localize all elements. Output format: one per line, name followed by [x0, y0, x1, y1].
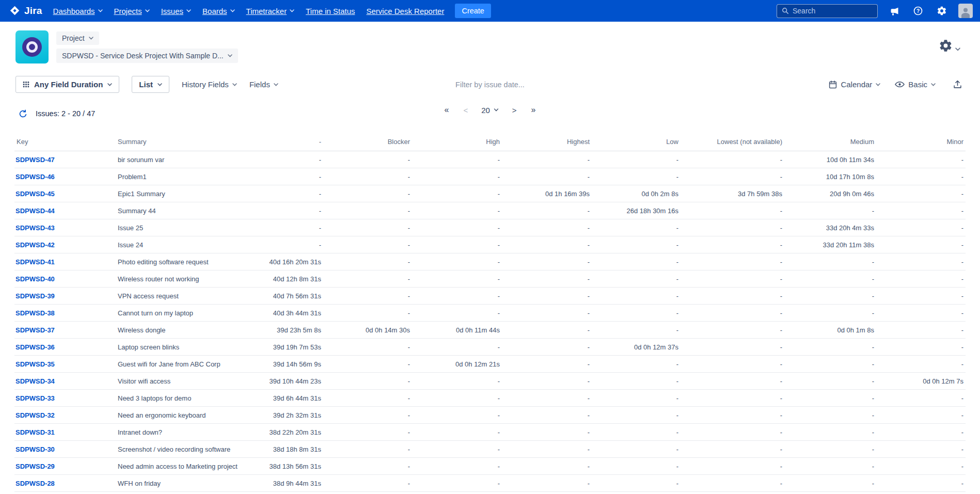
issue-key-link[interactable]: SDPWSD-34 — [15, 377, 55, 385]
issue-key-link[interactable]: SDPWSD-37 — [15, 326, 55, 334]
issue-key-link[interactable]: SDPWSD-30 — [15, 445, 55, 453]
table-row[interactable]: SDPWSD-29 Need admin access to Marketing… — [14, 458, 966, 475]
nav-item-timetracker[interactable]: Timetracker — [241, 0, 301, 22]
column-header-low[interactable]: Low — [592, 133, 681, 151]
issue-key-link[interactable]: SDPWSD-35 — [15, 360, 55, 368]
table-row[interactable]: SDPWSD-41 Photo editing software request… — [14, 253, 966, 270]
table-row[interactable]: SDPWSD-32 Need an ergonomic keyboard 39d… — [14, 407, 966, 424]
column-header-blocker[interactable]: Blocker — [323, 133, 412, 151]
page-size-select[interactable]: 20 — [481, 106, 499, 115]
export-button[interactable] — [950, 77, 965, 92]
search-input[interactable] — [793, 7, 873, 15]
prev-page-button[interactable]: < — [462, 105, 469, 116]
project-settings-button[interactable] — [939, 39, 953, 53]
next-page-button[interactable]: > — [511, 105, 518, 116]
calendar-icon — [829, 81, 837, 89]
duration-cell: 10d 0h 11m 34s — [784, 151, 876, 168]
help-button[interactable]: ? — [911, 4, 925, 18]
duration-cell: 10d 17h 10m 8s — [784, 168, 876, 185]
table-row[interactable]: SDPWSD-36 Laptop screen blinks 39d 19h 7… — [14, 339, 966, 356]
first-page-button[interactable]: « — [443, 104, 450, 116]
duration-cell: - — [412, 373, 502, 390]
column-header-high[interactable]: High — [412, 133, 502, 151]
table-row[interactable]: SDPWSD-42 Issue 24 - - - - - - 33d 20h 1… — [14, 236, 966, 253]
column-header-key[interactable]: Key — [14, 133, 116, 151]
issue-key-link[interactable]: SDPWSD-29 — [15, 463, 55, 470]
history-fields-dropdown[interactable]: History Fields — [182, 80, 237, 89]
column-header-medium[interactable]: Medium — [784, 133, 876, 151]
refresh-button[interactable] — [15, 106, 30, 121]
last-page-button[interactable]: » — [530, 104, 537, 116]
calendar-dropdown[interactable]: Calendar — [829, 80, 880, 89]
issue-key-link[interactable]: SDPWSD-43 — [15, 224, 55, 232]
duration-cell: - — [876, 339, 966, 356]
help-icon: ? — [913, 6, 923, 16]
eye-icon — [895, 81, 905, 88]
table-row[interactable]: SDPWSD-35 Guest wifi for Jane from ABC C… — [14, 356, 966, 373]
column-header-minor[interactable]: Minor — [876, 133, 966, 151]
table-row[interactable]: SDPWSD-31 Intranet down? 38d 22h 20m 31s… — [14, 424, 966, 441]
nav-item-label: Boards — [202, 7, 227, 15]
create-button[interactable]: Create — [455, 4, 491, 18]
issue-key-link[interactable]: SDPWSD-36 — [15, 343, 55, 351]
global-search[interactable] — [777, 4, 878, 18]
issue-key-link[interactable]: SDPWSD-33 — [15, 394, 55, 402]
column-header-none[interactable]: - — [265, 133, 323, 151]
issue-key-link[interactable]: SDPWSD-47 — [15, 156, 55, 164]
nav-item-boards[interactable]: Boards — [197, 0, 241, 22]
user-avatar[interactable] — [958, 4, 973, 18]
table-row[interactable]: SDPWSD-34 Visitor wifi access 39d 10h 44… — [14, 373, 966, 390]
table-row[interactable]: SDPWSD-38 Cannot turn on my laptop 40d 3… — [14, 305, 966, 322]
issue-key-link[interactable]: SDPWSD-31 — [15, 428, 55, 436]
nav-item-projects[interactable]: Projects — [108, 0, 155, 22]
fields-dropdown[interactable]: Fields — [249, 80, 278, 89]
table-row[interactable]: SDPWSD-33 Need 3 laptops for demo 39d 6h… — [14, 390, 966, 407]
nav-item-label: Time in Status — [306, 7, 355, 15]
issue-date-filter-input[interactable] — [382, 81, 598, 89]
issue-summary: Visitor wifi access — [116, 373, 265, 390]
table-row[interactable]: SDPWSD-39 VPN access request 40d 7h 56m … — [14, 288, 966, 305]
duration-cell: - — [876, 253, 966, 270]
svg-text:?: ? — [916, 8, 920, 14]
table-row[interactable]: SDPWSD-40 Wireless router not working 40… — [14, 270, 966, 288]
table-row[interactable]: SDPWSD-30 Screenshot / video recording s… — [14, 441, 966, 458]
nav-item-time-in-status[interactable]: Time in Status — [300, 0, 360, 22]
issue-key-link[interactable]: SDPWSD-38 — [15, 309, 55, 317]
duration-cell: 0d 0h 2m 8s — [592, 185, 681, 202]
jira-logo[interactable]: Jira — [7, 5, 48, 17]
duration-cell: - — [502, 253, 592, 270]
issue-key-link[interactable]: SDPWSD-45 — [15, 190, 55, 198]
table-row[interactable]: SDPWSD-47 bir sorunum var - - - - - - 10… — [14, 151, 966, 168]
view-selector[interactable]: List — [132, 76, 169, 93]
issue-key-link[interactable]: SDPWSD-32 — [15, 411, 55, 419]
issue-key-link[interactable]: SDPWSD-41 — [15, 258, 55, 266]
announcements-button[interactable] — [887, 4, 902, 18]
issue-key-link[interactable]: SDPWSD-39 — [15, 292, 55, 300]
project-select[interactable]: SDPWSD - Service Desk Project With Sampl… — [56, 49, 238, 63]
table-row[interactable]: SDPWSD-37 Wireless dongle 39d 23h 5m 8s … — [14, 322, 966, 339]
issue-key-link[interactable]: SDPWSD-46 — [15, 173, 55, 181]
column-header-highest[interactable]: Highest — [502, 133, 592, 151]
nav-item-issues[interactable]: Issues — [155, 0, 197, 22]
table-row[interactable]: SDPWSD-43 Issue 25 - - - - - - 33d 20h 4… — [14, 219, 966, 236]
chevron-down-icon[interactable] — [955, 47, 960, 51]
nav-item-service-desk-reporter[interactable]: Service Desk Reporter — [361, 0, 450, 22]
view-mode-dropdown[interactable]: Basic — [895, 80, 936, 89]
issue-key-link[interactable]: SDPWSD-42 — [15, 241, 55, 249]
table-row[interactable]: SDPWSD-44 Summary 44 - - - - 26d 18h 30m… — [14, 202, 966, 219]
duration-cell: - — [323, 253, 412, 270]
table-row[interactable]: SDPWSD-28 WFH on friday 38d 9h 44m 31s -… — [14, 475, 966, 492]
issue-key-link[interactable]: SDPWSD-40 — [15, 275, 55, 283]
duration-cell: - — [876, 356, 966, 373]
duration-cell: - — [412, 168, 502, 185]
nav-item-dashboards[interactable]: Dashboards — [48, 0, 108, 22]
table-row[interactable]: SDPWSD-46 Problem1 - - - - - - 10d 17h 1… — [14, 168, 966, 185]
column-header-lowest-not-available[interactable]: Lowest (not available) — [681, 133, 784, 151]
issue-key-link[interactable]: SDPWSD-28 — [15, 480, 55, 487]
table-row[interactable]: SDPWSD-45 Epic1 Summary - - - 0d 1h 16m … — [14, 185, 966, 202]
issue-key-link[interactable]: SDPWSD-44 — [15, 207, 55, 215]
scope-selector[interactable]: Project — [56, 31, 99, 45]
settings-button[interactable] — [935, 4, 949, 18]
field-duration-selector[interactable]: Any Field Duration — [15, 76, 119, 93]
column-header-summary[interactable]: Summary — [116, 133, 265, 151]
